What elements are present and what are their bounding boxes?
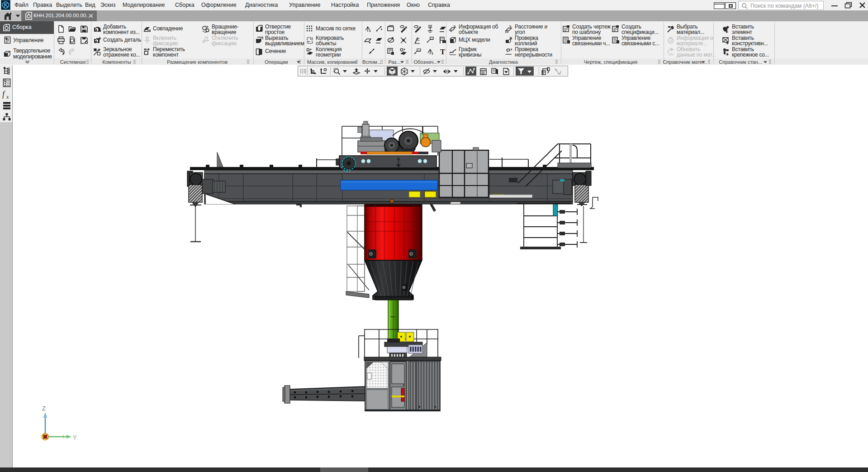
svg-text:Y: Y: [73, 434, 77, 441]
svg-text:Z: Z: [42, 405, 46, 412]
